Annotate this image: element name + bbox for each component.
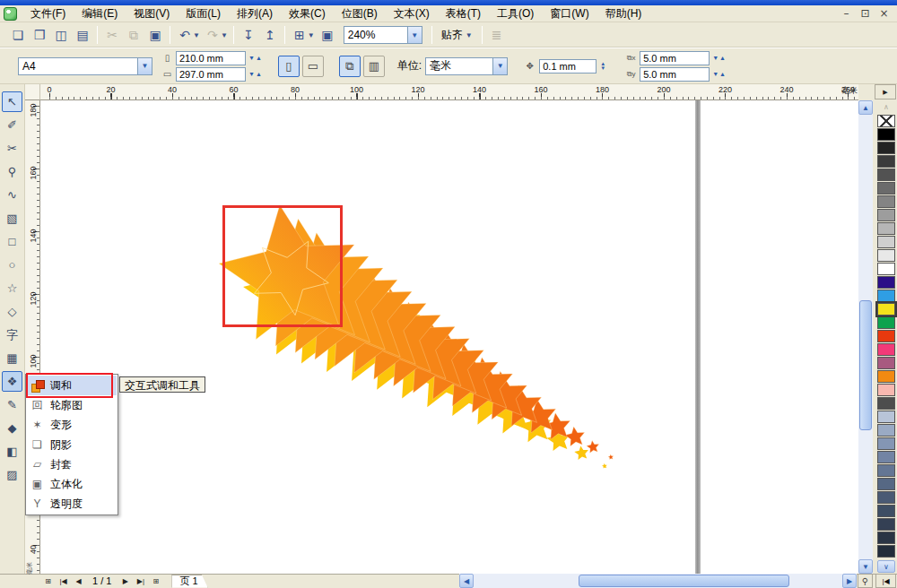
color-swatch[interactable] bbox=[877, 236, 895, 248]
portrait-button[interactable]: ▯ bbox=[278, 56, 300, 77]
color-swatch[interactable] bbox=[877, 128, 895, 141]
last-page-button[interactable]: ▶| bbox=[134, 575, 147, 587]
scroll-up-icon[interactable]: ▲ bbox=[858, 100, 873, 115]
interactive-blend-tool[interactable]: ❖ bbox=[2, 371, 22, 392]
export-button[interactable]: ↥ bbox=[259, 25, 281, 45]
color-swatch[interactable] bbox=[877, 155, 895, 168]
duplicate-x-field[interactable]: 5.0 mm bbox=[640, 51, 710, 65]
color-swatch[interactable] bbox=[877, 195, 895, 208]
menu-item-arrange[interactable]: 排列(A) bbox=[229, 4, 281, 23]
landscape-button[interactable]: ▭ bbox=[302, 56, 324, 77]
flyout-item-drop-shadow[interactable]: ❏阴影 bbox=[27, 435, 117, 454]
next-page-button[interactable]: ▶ bbox=[118, 575, 132, 587]
color-swatch[interactable] bbox=[877, 330, 895, 342]
vertical-scrollbar[interactable]: ▲ ▼ bbox=[858, 100, 873, 574]
prev-page-button[interactable]: ◀ bbox=[72, 575, 85, 587]
color-swatch[interactable] bbox=[877, 545, 895, 558]
paper-width-field[interactable]: 210.0 mm bbox=[176, 51, 246, 65]
text-tool[interactable]: 字 bbox=[2, 324, 22, 345]
color-swatch[interactable] bbox=[877, 303, 895, 316]
all-pages-button[interactable]: ⧉ bbox=[339, 56, 361, 77]
ellipse-tool[interactable]: ○ bbox=[2, 255, 22, 275]
menu-item-edit[interactable]: 编辑(E) bbox=[74, 4, 126, 23]
menu-item-help[interactable]: 帮助(H) bbox=[597, 4, 650, 23]
zoom-tool[interactable]: ⚲ bbox=[2, 161, 22, 182]
color-swatch[interactable] bbox=[877, 276, 895, 289]
color-swatch[interactable] bbox=[877, 370, 895, 383]
welcome-screen-button[interactable]: ▣ bbox=[317, 25, 338, 45]
crop-tool[interactable]: ✂ bbox=[2, 138, 22, 159]
chevron-down-icon[interactable]: ▼ bbox=[137, 58, 152, 74]
color-swatch[interactable] bbox=[877, 209, 895, 221]
snap-to-dropdown[interactable]: 贴齐 ▼ bbox=[436, 26, 478, 45]
color-swatch[interactable] bbox=[877, 290, 895, 302]
duplicate-y-field[interactable]: 5.0 mm bbox=[640, 67, 710, 82]
spinner-icons[interactable]: ▼▲ bbox=[712, 55, 727, 61]
palette-scroll-up-icon[interactable]: ∧ bbox=[877, 101, 895, 113]
options-icon[interactable]: ≣ bbox=[486, 25, 508, 45]
chevron-down-icon[interactable]: ▼ bbox=[492, 58, 507, 74]
eyedropper-tool[interactable]: ✎ bbox=[2, 394, 22, 415]
navigator-zoom-button[interactable]: ⚲ bbox=[858, 574, 873, 588]
chevron-down-icon[interactable]: ▼ bbox=[221, 31, 228, 39]
menu-item-bitmaps[interactable]: 位图(B) bbox=[334, 4, 386, 23]
color-swatch[interactable] bbox=[877, 505, 895, 517]
flyout-item-transparency[interactable]: Y透明度 bbox=[27, 494, 117, 514]
ruler-options-button[interactable]: ▶ bbox=[875, 84, 896, 99]
palette-expand-button[interactable]: |◀ bbox=[875, 574, 896, 588]
menu-item-tools[interactable]: 工具(O) bbox=[489, 4, 542, 23]
color-swatch[interactable] bbox=[877, 478, 895, 490]
color-swatch[interactable] bbox=[877, 464, 895, 477]
drawing-canvas[interactable] bbox=[40, 100, 858, 574]
color-swatch[interactable] bbox=[877, 451, 895, 463]
current-page-button[interactable]: ▥ bbox=[363, 56, 385, 77]
open-button[interactable]: ❒ bbox=[29, 25, 50, 45]
color-swatch[interactable] bbox=[877, 142, 895, 154]
interactive-fill-tool[interactable]: ▨ bbox=[2, 464, 22, 485]
color-swatch[interactable] bbox=[877, 316, 895, 329]
nudge-field[interactable]: 0.1 mm bbox=[539, 59, 597, 74]
horizontal-ruler[interactable]: 020406080100120140160180200220240260 bbox=[40, 84, 858, 100]
flyout-item-extrude[interactable]: ▣立体化 bbox=[27, 474, 117, 494]
page-tab[interactable]: 页 1 bbox=[171, 575, 207, 588]
menu-item-table[interactable]: 表格(T) bbox=[438, 4, 489, 23]
table-tool[interactable]: ▦ bbox=[2, 348, 22, 368]
chevron-down-icon[interactable]: ▼ bbox=[407, 27, 422, 43]
smart-fill-tool[interactable]: ▧ bbox=[2, 208, 22, 229]
rectangle-tool[interactable]: □ bbox=[2, 231, 22, 252]
color-swatch[interactable] bbox=[877, 491, 895, 504]
color-swatch[interactable] bbox=[877, 532, 895, 544]
color-swatch[interactable] bbox=[877, 182, 895, 195]
flyout-item-envelope[interactable]: ▱封套 bbox=[27, 454, 117, 474]
paste-button[interactable]: ▣ bbox=[144, 25, 166, 45]
spinner-icons[interactable]: ▲▼ bbox=[600, 62, 605, 71]
color-swatch[interactable] bbox=[877, 437, 895, 450]
save-button[interactable]: ◫ bbox=[50, 25, 72, 45]
pick-tool[interactable]: ↖ bbox=[2, 91, 22, 112]
shape-tool[interactable]: ✐ bbox=[2, 115, 22, 135]
scroll-right-icon[interactable]: ▶ bbox=[842, 574, 857, 588]
menu-item-file[interactable]: 文件(F) bbox=[22, 4, 74, 23]
scroll-left-icon[interactable]: ◀ bbox=[459, 574, 474, 588]
zoom-level-combo[interactable]: 240% ▼ bbox=[344, 26, 422, 44]
add-page-end-button[interactable]: ⊞ bbox=[149, 575, 162, 587]
units-combo[interactable]: 毫米 ▼ bbox=[425, 57, 508, 75]
color-swatch[interactable] bbox=[877, 397, 895, 410]
print-button[interactable]: ▤ bbox=[72, 25, 93, 45]
polygon-tool[interactable]: ☆ bbox=[2, 278, 22, 298]
basic-shapes-tool[interactable]: ◇ bbox=[2, 301, 22, 322]
vertical-scrollbar-thumb[interactable] bbox=[859, 300, 872, 430]
horizontal-scrollbar[interactable]: ◀ ▶ bbox=[459, 574, 857, 588]
color-swatch[interactable] bbox=[877, 343, 895, 356]
scroll-down-icon[interactable]: ▼ bbox=[858, 559, 873, 574]
paper-height-field[interactable]: 297.0 mm bbox=[176, 67, 246, 82]
color-swatch[interactable] bbox=[877, 263, 895, 275]
spinner-icons[interactable]: ▼▲ bbox=[248, 71, 263, 77]
restore-button[interactable]: ⊡ bbox=[858, 7, 873, 20]
flyout-item-distort[interactable]: ✶变形 bbox=[27, 415, 117, 435]
import-button[interactable]: ↧ bbox=[238, 25, 259, 45]
no-color-swatch[interactable] bbox=[877, 115, 895, 127]
horizontal-scrollbar-thumb[interactable] bbox=[579, 575, 789, 587]
menu-item-window[interactable]: 窗口(W) bbox=[542, 4, 597, 23]
outline-tool[interactable]: ◆ bbox=[2, 418, 22, 438]
